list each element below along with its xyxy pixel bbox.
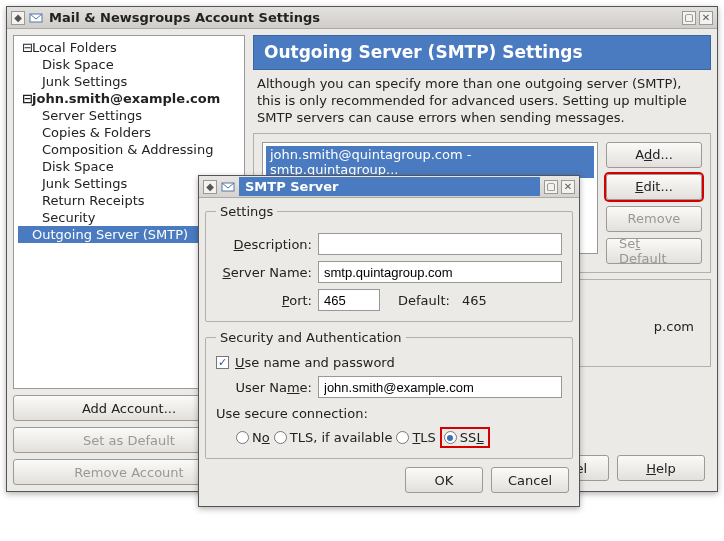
- tree-item-disk-space[interactable]: Disk Space: [18, 158, 240, 175]
- set-default-smtp-button[interactable]: Set Default: [606, 238, 702, 264]
- titlebar-dialog: ◆ SMTP Server ▢ ✕: [199, 176, 579, 198]
- radio-ssl-highlight: SSL: [440, 427, 490, 448]
- tree-label: Outgoing Server (SMTP): [32, 227, 188, 242]
- server-name-input[interactable]: [318, 261, 562, 283]
- edit-smtp-button[interactable]: Edit...: [606, 174, 702, 200]
- tree-item-local-folders[interactable]: ⊟Local Folders: [18, 39, 240, 56]
- close-icon[interactable]: ✕: [699, 11, 713, 25]
- description-label: Description:: [216, 237, 312, 252]
- settings-legend: Settings: [216, 204, 277, 219]
- description-input[interactable]: [318, 233, 562, 255]
- tree-item-server-settings[interactable]: Server Settings: [18, 107, 240, 124]
- radio-label: TLS, if available: [290, 430, 393, 445]
- button-label: Remove: [628, 211, 681, 226]
- button-label: OK: [435, 473, 454, 488]
- radio-tls-available[interactable]: TLS, if available: [274, 430, 393, 445]
- default-port-label: Default:: [398, 293, 450, 308]
- server-name-label: Server Name:: [216, 265, 312, 280]
- smtp-list-item[interactable]: john.smith@quintagroup.com - smtp.quinta…: [266, 146, 594, 178]
- smtp-server-dialog: ◆ SMTP Server ▢ ✕ Settings Description: …: [198, 175, 580, 507]
- page-title: Outgoing Server (SMTP) Settings: [253, 35, 711, 70]
- username-input[interactable]: [318, 376, 562, 398]
- dialog-title: SMTP Server: [239, 177, 540, 196]
- mail-icon: [29, 11, 43, 25]
- system-menu-icon[interactable]: ◆: [11, 11, 25, 25]
- help-button[interactable]: Help: [617, 455, 705, 481]
- window-title: Mail & Newsgroups Account Settings: [47, 10, 678, 25]
- default-port-value: 465: [462, 293, 487, 308]
- settings-fieldset: Settings Description: Server Name: Port:…: [205, 204, 573, 322]
- dialog-body: Settings Description: Server Name: Port:…: [205, 204, 573, 500]
- port-label: Port:: [216, 293, 312, 308]
- tree-item-local-junk[interactable]: Junk Settings: [18, 73, 240, 90]
- tree-item-account[interactable]: ⊟john.smith@example.com: [18, 90, 240, 107]
- dialog-cancel-button[interactable]: Cancel: [491, 467, 569, 493]
- mail-icon: [221, 180, 235, 194]
- button-label: Set as Default: [83, 433, 175, 448]
- button-label: Cancel: [508, 473, 552, 488]
- tree-label: john.smith@example.com: [32, 91, 220, 106]
- ok-button[interactable]: OK: [405, 467, 483, 493]
- tree-item-local-disk-space[interactable]: Disk Space: [18, 56, 240, 73]
- security-legend: Security and Authentication: [216, 330, 406, 345]
- tree-item-composition[interactable]: Composition & Addressing: [18, 141, 240, 158]
- username-label: User Name:: [216, 380, 312, 395]
- remove-smtp-button[interactable]: Remove: [606, 206, 702, 232]
- radio-no[interactable]: No: [236, 430, 270, 445]
- radio-tls[interactable]: TLS: [396, 430, 435, 445]
- use-auth-checkbox[interactable]: [216, 356, 229, 369]
- secure-connection-label: Use secure connection:: [216, 406, 368, 421]
- security-fieldset: Security and Authentication Use name and…: [205, 330, 573, 459]
- tree-label: Local Folders: [32, 40, 117, 55]
- radio-ssl[interactable]: SSL: [444, 430, 484, 445]
- port-input[interactable]: [318, 289, 380, 311]
- secure-connection-radios: No TLS, if available TLS SSL: [216, 427, 562, 448]
- button-label: Add Account...: [82, 401, 176, 416]
- maximize-icon[interactable]: ▢: [544, 180, 558, 194]
- close-icon[interactable]: ✕: [561, 180, 575, 194]
- button-label: Remove Account: [74, 465, 183, 480]
- use-auth-label: Use name and password: [235, 355, 395, 370]
- titlebar-main: ◆ Mail & Newsgroups Account Settings ▢ ✕: [7, 7, 717, 29]
- system-menu-icon[interactable]: ◆: [203, 180, 217, 194]
- maximize-icon[interactable]: ▢: [682, 11, 696, 25]
- tree-item-copies-folders[interactable]: Copies & Folders: [18, 124, 240, 141]
- add-smtp-button[interactable]: Add...: [606, 142, 702, 168]
- page-description: Although you can specify more than one o…: [253, 76, 711, 127]
